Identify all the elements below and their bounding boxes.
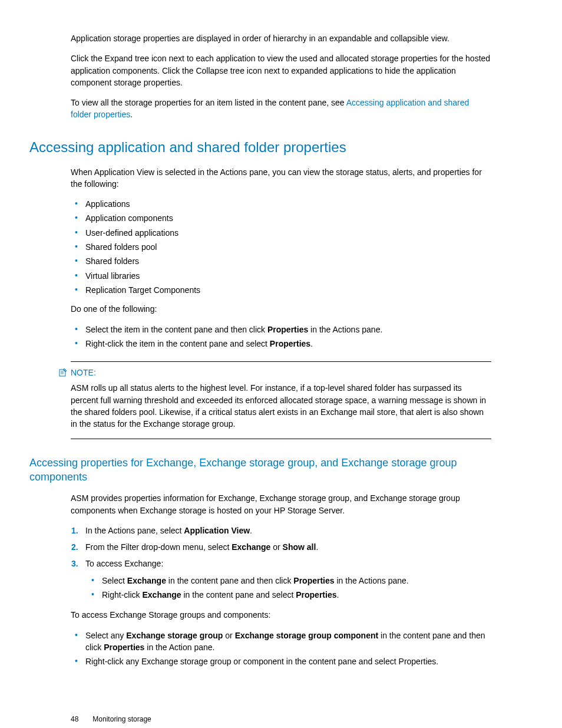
text-run: . xyxy=(316,542,318,552)
heading-accessing-application: Accessing application and shared folder … xyxy=(29,137,491,158)
text-run: in the content pane and then click xyxy=(166,576,293,585)
bold-text: Exchange xyxy=(142,590,181,599)
bullet-list: Select any Exchange storage group or Exc… xyxy=(29,630,491,668)
text-run: . xyxy=(130,110,133,119)
paragraph: Click the Expand tree icon next to each … xyxy=(29,52,491,88)
bold-text: Properties xyxy=(293,576,334,585)
note-text: ASM rolls up all status alerts to the hi… xyxy=(71,382,491,430)
note-box: NOTE: ASM rolls up all status alerts to … xyxy=(71,361,491,439)
list-item: Right-click Exchange in the content pane… xyxy=(102,589,491,601)
text-run: in the Actions pane. xyxy=(335,576,409,585)
bullet-list: Select Exchange in the content pane and … xyxy=(85,575,491,601)
bold-text: Exchange xyxy=(127,576,166,585)
bold-text: Exchange xyxy=(232,542,270,552)
page-number: 48 xyxy=(71,714,78,724)
bold-text: Properties xyxy=(270,339,310,348)
bold-text: Exchange storage group xyxy=(126,631,223,640)
text-run: in the content pane and select xyxy=(181,590,296,599)
page-footer: 48 Monitoring storage xyxy=(29,714,491,724)
heading-exchange-properties: Accessing properties for Exchange, Excha… xyxy=(29,456,491,485)
text-run: in the Actions pane. xyxy=(308,325,382,334)
bold-text: Properties xyxy=(267,325,308,334)
note-label: NOTE: xyxy=(71,367,96,378)
bullet-list: Select the item in the content pane and … xyxy=(29,324,491,350)
text-run: To access Exchange: xyxy=(85,559,163,568)
list-item: Right-click any Exchange storage group o… xyxy=(85,655,491,667)
numbered-list: In the Actions pane, select Application … xyxy=(29,525,491,601)
list-item: Application components xyxy=(85,212,491,224)
list-item: Replication Target Components xyxy=(85,284,491,296)
list-item: Virtual libraries xyxy=(85,270,491,282)
text-run: Select xyxy=(102,576,127,585)
paragraph: To access Exchange Storage groups and co… xyxy=(29,609,491,621)
text-run: . xyxy=(336,590,339,599)
bold-text: Properties xyxy=(104,643,144,652)
text-run: Select the item in the content pane and … xyxy=(85,325,267,334)
list-item: Applications xyxy=(85,198,491,210)
bold-text: Application View xyxy=(184,526,250,535)
list-item: Select the item in the content pane and … xyxy=(85,324,491,335)
paragraph: When Application View is selected in the… xyxy=(29,166,491,190)
text-run: . xyxy=(310,339,313,348)
list-item: Shared folders xyxy=(85,255,491,267)
paragraph: To view all the storage properties for a… xyxy=(29,97,491,121)
bold-text: Exchange storage group component xyxy=(235,631,378,640)
paragraph: Application storage properties are displ… xyxy=(29,32,491,44)
text-run: In the Actions pane, select xyxy=(85,526,184,535)
text-run: From the Filter drop-down menu, select xyxy=(85,542,232,552)
section-title: Monitoring storage xyxy=(92,714,151,724)
note-icon xyxy=(59,368,67,377)
text-run: in the Action pane. xyxy=(144,643,214,652)
text-run: Right-click xyxy=(102,590,142,599)
list-item: Select any Exchange storage group or Exc… xyxy=(85,630,491,654)
list-item: In the Actions pane, select Application … xyxy=(85,525,491,536)
text-run: Select any xyxy=(85,631,126,640)
list-item: User-defined applications xyxy=(85,227,491,239)
text-run: Right-click the item in the content pane… xyxy=(85,339,270,348)
text-run: To view all the storage properties for a… xyxy=(71,98,346,107)
text-run: or xyxy=(223,631,234,640)
list-item: To access Exchange: Select Exchange in t… xyxy=(85,558,491,601)
paragraph: Do one of the following: xyxy=(29,303,491,315)
bullet-list: Applications Application components User… xyxy=(29,198,491,296)
bold-text: Show all xyxy=(283,542,316,552)
paragraph: ASM provides properties information for … xyxy=(29,492,491,516)
list-item: Right-click the item in the content pane… xyxy=(85,338,491,350)
bold-text: Properties xyxy=(296,590,336,599)
list-item: Shared folders pool xyxy=(85,241,491,253)
list-item: Select Exchange in the content pane and … xyxy=(102,575,491,587)
text-run: . xyxy=(250,526,252,535)
text-run: or xyxy=(270,542,282,552)
list-item: From the Filter drop-down menu, select E… xyxy=(85,541,491,553)
